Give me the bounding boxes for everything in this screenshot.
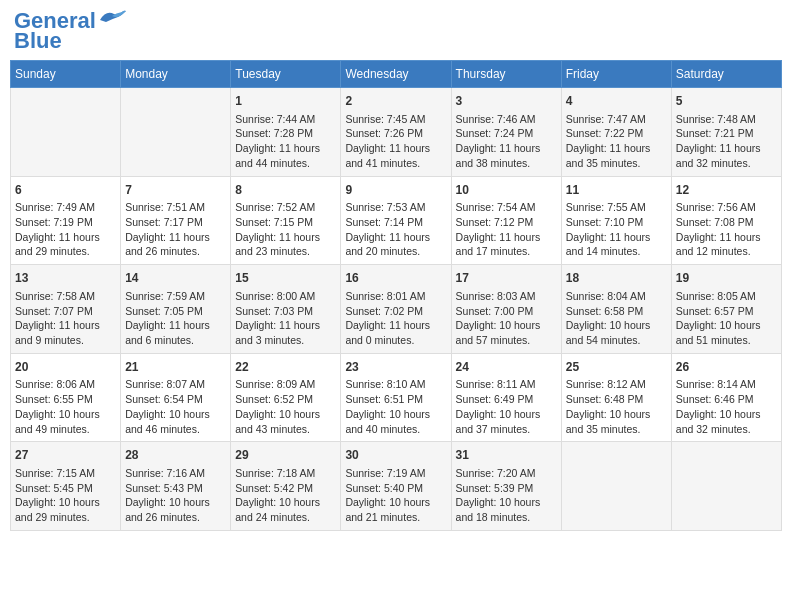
calendar-cell: 15Sunrise: 8:00 AM Sunset: 7:03 PM Dayli… xyxy=(231,265,341,354)
day-number: 13 xyxy=(15,270,116,287)
day-info: Sunrise: 8:03 AM Sunset: 7:00 PM Dayligh… xyxy=(456,289,557,348)
day-number: 29 xyxy=(235,447,336,464)
day-number: 26 xyxy=(676,359,777,376)
calendar-cell: 22Sunrise: 8:09 AM Sunset: 6:52 PM Dayli… xyxy=(231,353,341,442)
day-number: 15 xyxy=(235,270,336,287)
day-info: Sunrise: 7:59 AM Sunset: 7:05 PM Dayligh… xyxy=(125,289,226,348)
day-info: Sunrise: 7:20 AM Sunset: 5:39 PM Dayligh… xyxy=(456,466,557,525)
weekday-header-monday: Monday xyxy=(121,61,231,88)
day-info: Sunrise: 8:12 AM Sunset: 6:48 PM Dayligh… xyxy=(566,377,667,436)
day-number: 25 xyxy=(566,359,667,376)
calendar-cell: 20Sunrise: 8:06 AM Sunset: 6:55 PM Dayli… xyxy=(11,353,121,442)
day-number: 1 xyxy=(235,93,336,110)
calendar-cell: 3Sunrise: 7:46 AM Sunset: 7:24 PM Daylig… xyxy=(451,88,561,177)
calendar-cell: 11Sunrise: 7:55 AM Sunset: 7:10 PM Dayli… xyxy=(561,176,671,265)
day-info: Sunrise: 7:58 AM Sunset: 7:07 PM Dayligh… xyxy=(15,289,116,348)
week-row-2: 6Sunrise: 7:49 AM Sunset: 7:19 PM Daylig… xyxy=(11,176,782,265)
day-info: Sunrise: 8:04 AM Sunset: 6:58 PM Dayligh… xyxy=(566,289,667,348)
day-number: 8 xyxy=(235,182,336,199)
day-info: Sunrise: 8:09 AM Sunset: 6:52 PM Dayligh… xyxy=(235,377,336,436)
weekday-header-thursday: Thursday xyxy=(451,61,561,88)
day-info: Sunrise: 7:54 AM Sunset: 7:12 PM Dayligh… xyxy=(456,200,557,259)
weekday-header-tuesday: Tuesday xyxy=(231,61,341,88)
week-row-5: 27Sunrise: 7:15 AM Sunset: 5:45 PM Dayli… xyxy=(11,442,782,531)
calendar-cell xyxy=(671,442,781,531)
calendar-cell: 31Sunrise: 7:20 AM Sunset: 5:39 PM Dayli… xyxy=(451,442,561,531)
calendar-cell: 29Sunrise: 7:18 AM Sunset: 5:42 PM Dayli… xyxy=(231,442,341,531)
day-info: Sunrise: 7:44 AM Sunset: 7:28 PM Dayligh… xyxy=(235,112,336,171)
day-number: 10 xyxy=(456,182,557,199)
day-number: 17 xyxy=(456,270,557,287)
calendar-cell: 26Sunrise: 8:14 AM Sunset: 6:46 PM Dayli… xyxy=(671,353,781,442)
day-number: 11 xyxy=(566,182,667,199)
week-row-4: 20Sunrise: 8:06 AM Sunset: 6:55 PM Dayli… xyxy=(11,353,782,442)
calendar-cell: 23Sunrise: 8:10 AM Sunset: 6:51 PM Dayli… xyxy=(341,353,451,442)
day-info: Sunrise: 7:56 AM Sunset: 7:08 PM Dayligh… xyxy=(676,200,777,259)
day-info: Sunrise: 7:46 AM Sunset: 7:24 PM Dayligh… xyxy=(456,112,557,171)
day-info: Sunrise: 7:16 AM Sunset: 5:43 PM Dayligh… xyxy=(125,466,226,525)
day-number: 22 xyxy=(235,359,336,376)
day-number: 7 xyxy=(125,182,226,199)
calendar-cell: 10Sunrise: 7:54 AM Sunset: 7:12 PM Dayli… xyxy=(451,176,561,265)
calendar-cell: 25Sunrise: 8:12 AM Sunset: 6:48 PM Dayli… xyxy=(561,353,671,442)
day-number: 19 xyxy=(676,270,777,287)
day-number: 12 xyxy=(676,182,777,199)
calendar-cell: 8Sunrise: 7:52 AM Sunset: 7:15 PM Daylig… xyxy=(231,176,341,265)
calendar-cell: 28Sunrise: 7:16 AM Sunset: 5:43 PM Dayli… xyxy=(121,442,231,531)
week-row-1: 1Sunrise: 7:44 AM Sunset: 7:28 PM Daylig… xyxy=(11,88,782,177)
day-number: 27 xyxy=(15,447,116,464)
day-number: 28 xyxy=(125,447,226,464)
day-number: 30 xyxy=(345,447,446,464)
calendar-cell: 16Sunrise: 8:01 AM Sunset: 7:02 PM Dayli… xyxy=(341,265,451,354)
day-number: 4 xyxy=(566,93,667,110)
calendar-cell: 6Sunrise: 7:49 AM Sunset: 7:19 PM Daylig… xyxy=(11,176,121,265)
day-info: Sunrise: 8:00 AM Sunset: 7:03 PM Dayligh… xyxy=(235,289,336,348)
day-info: Sunrise: 7:52 AM Sunset: 7:15 PM Dayligh… xyxy=(235,200,336,259)
day-number: 23 xyxy=(345,359,446,376)
day-info: Sunrise: 7:51 AM Sunset: 7:17 PM Dayligh… xyxy=(125,200,226,259)
day-number: 31 xyxy=(456,447,557,464)
day-info: Sunrise: 8:10 AM Sunset: 6:51 PM Dayligh… xyxy=(345,377,446,436)
day-number: 21 xyxy=(125,359,226,376)
day-number: 2 xyxy=(345,93,446,110)
calendar-cell: 4Sunrise: 7:47 AM Sunset: 7:22 PM Daylig… xyxy=(561,88,671,177)
day-info: Sunrise: 7:19 AM Sunset: 5:40 PM Dayligh… xyxy=(345,466,446,525)
weekday-row: SundayMondayTuesdayWednesdayThursdayFrid… xyxy=(11,61,782,88)
day-info: Sunrise: 8:06 AM Sunset: 6:55 PM Dayligh… xyxy=(15,377,116,436)
calendar-cell xyxy=(121,88,231,177)
day-number: 24 xyxy=(456,359,557,376)
day-info: Sunrise: 7:45 AM Sunset: 7:26 PM Dayligh… xyxy=(345,112,446,171)
logo-bird-icon xyxy=(98,8,128,30)
weekday-header-sunday: Sunday xyxy=(11,61,121,88)
day-info: Sunrise: 7:47 AM Sunset: 7:22 PM Dayligh… xyxy=(566,112,667,171)
calendar-cell: 1Sunrise: 7:44 AM Sunset: 7:28 PM Daylig… xyxy=(231,88,341,177)
day-info: Sunrise: 8:05 AM Sunset: 6:57 PM Dayligh… xyxy=(676,289,777,348)
day-info: Sunrise: 8:07 AM Sunset: 6:54 PM Dayligh… xyxy=(125,377,226,436)
calendar-cell: 5Sunrise: 7:48 AM Sunset: 7:21 PM Daylig… xyxy=(671,88,781,177)
weekday-header-wednesday: Wednesday xyxy=(341,61,451,88)
day-info: Sunrise: 8:14 AM Sunset: 6:46 PM Dayligh… xyxy=(676,377,777,436)
calendar-cell: 30Sunrise: 7:19 AM Sunset: 5:40 PM Dayli… xyxy=(341,442,451,531)
calendar-body: 1Sunrise: 7:44 AM Sunset: 7:28 PM Daylig… xyxy=(11,88,782,531)
day-number: 18 xyxy=(566,270,667,287)
day-number: 20 xyxy=(15,359,116,376)
day-info: Sunrise: 8:11 AM Sunset: 6:49 PM Dayligh… xyxy=(456,377,557,436)
day-info: Sunrise: 7:48 AM Sunset: 7:21 PM Dayligh… xyxy=(676,112,777,171)
calendar-cell: 14Sunrise: 7:59 AM Sunset: 7:05 PM Dayli… xyxy=(121,265,231,354)
day-info: Sunrise: 7:15 AM Sunset: 5:45 PM Dayligh… xyxy=(15,466,116,525)
week-row-3: 13Sunrise: 7:58 AM Sunset: 7:07 PM Dayli… xyxy=(11,265,782,354)
calendar-cell: 24Sunrise: 8:11 AM Sunset: 6:49 PM Dayli… xyxy=(451,353,561,442)
calendar-cell: 12Sunrise: 7:56 AM Sunset: 7:08 PM Dayli… xyxy=(671,176,781,265)
calendar-table: SundayMondayTuesdayWednesdayThursdayFrid… xyxy=(10,60,782,531)
day-number: 3 xyxy=(456,93,557,110)
calendar-cell: 13Sunrise: 7:58 AM Sunset: 7:07 PM Dayli… xyxy=(11,265,121,354)
calendar-cell: 19Sunrise: 8:05 AM Sunset: 6:57 PM Dayli… xyxy=(671,265,781,354)
day-number: 14 xyxy=(125,270,226,287)
weekday-header-friday: Friday xyxy=(561,61,671,88)
day-number: 9 xyxy=(345,182,446,199)
logo-blue: Blue xyxy=(14,30,62,52)
calendar-cell: 17Sunrise: 8:03 AM Sunset: 7:00 PM Dayli… xyxy=(451,265,561,354)
calendar-header: SundayMondayTuesdayWednesdayThursdayFrid… xyxy=(11,61,782,88)
calendar-cell xyxy=(561,442,671,531)
day-number: 5 xyxy=(676,93,777,110)
